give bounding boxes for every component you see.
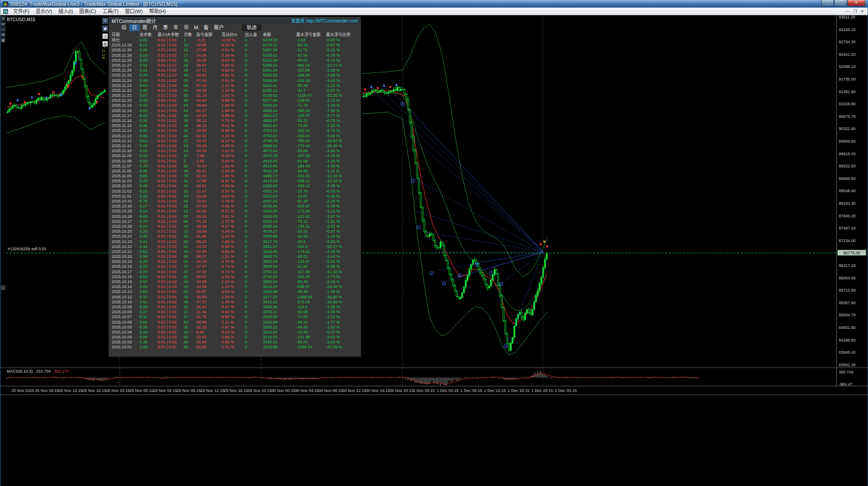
- table-row[interactable]: 2025.11.050.950.01 | 0.047882.241.86 %04…: [109, 174, 361, 179]
- table-row[interactable]: 2025.10.190.290.01 | 0.022826.700.70 %03…: [109, 259, 361, 264]
- menu-item[interactable]: 工具(T): [99, 8, 122, 15]
- table-row[interactable]: 2025.10.060.650.01 | 0.026368.682.11 %03…: [109, 320, 361, 325]
- table-row[interactable]: 2025.10.210.520.01 | 0.043424.290.62 %03…: [109, 249, 361, 254]
- table-row[interactable]: 持仓0.010.01 | 0.011-1.21-0.02 %05478.32-1…: [109, 38, 361, 43]
- table-row[interactable]: 2025.10.030.860.01 | 0.106252.521.66 %03…: [109, 335, 361, 340]
- table-row[interactable]: 2025.10.080.370.01 | 0.013731.460.94 %03…: [109, 310, 361, 315]
- panel-tab-年[interactable]: 年: [171, 24, 181, 31]
- table-row[interactable]: 2025.10.240.350.01 | 0.023341.801.04 %04…: [109, 234, 361, 239]
- table-row[interactable]: 2025.10.200.900.01 | 0.046958.071.51 %03…: [109, 254, 361, 259]
- panel-tab-备[interactable]: 备: [201, 24, 211, 31]
- price-axis[interactable]: 93511.2093158.1092794.3092441.2092088.10…: [837, 0, 868, 396]
- panel-tab-币[interactable]: 币: [181, 24, 191, 31]
- panel-tab-季[interactable]: 季: [160, 24, 171, 31]
- table-row[interactable]: 2025.11.300.260.01 | 0.022527.850.51 %05…: [109, 48, 361, 53]
- panel-tab-周[interactable]: 周: [140, 24, 150, 31]
- mtcommander-stats-panel[interactable]: MTCommander统计 复盘侠 http://MTCommander.com…: [108, 17, 361, 357]
- panel-tab-trace[interactable]: 轨迹: [242, 24, 262, 31]
- panel-tab-M[interactable]: M: [191, 24, 201, 31]
- table-row[interactable]: 2025.10.170.780.01 | 0.043727.040.72 %03…: [109, 270, 361, 274]
- panel-tab-日[interactable]: 日: [129, 24, 140, 31]
- table-row[interactable]: 2025.11.190.430.01 | 0.024349.601.00 %05…: [109, 103, 361, 108]
- table-row[interactable]: 2025.10.300.270.01 | 0.022527.300.65 %04…: [109, 204, 361, 209]
- table-row[interactable]: 2025.11.290.190.01 | 0.021714.350.26 %05…: [109, 53, 361, 58]
- table-row[interactable]: 2025.11.270.910.01 | 0.272629.670.55 %05…: [109, 63, 361, 68]
- table-row[interactable]: 2025.10.100.510.01 | 0.024847.571.40 %03…: [109, 300, 361, 305]
- table-row[interactable]: 2025.10.220.340.01 | 0.023133.320.83 %03…: [109, 244, 361, 249]
- table-row[interactable]: 2025.10.280.650.01 | 0.045033.630.81 %04…: [109, 214, 361, 219]
- mdi-restore-button[interactable]: ❐: [853, 9, 857, 14]
- table-row[interactable]: 2025.10.011.430.01 | 0.274952.921.71 %03…: [109, 345, 361, 350]
- table-row[interactable]: 2025.11.030.490.01 | 0.044242.910.98 %04…: [109, 184, 361, 189]
- panel-side-button-4[interactable]: N: [102, 41, 108, 47]
- table-row[interactable]: 2025.10.090.260.01 | 0.022015.840.47 %03…: [109, 305, 361, 310]
- table-row[interactable]: 2025.11.170.430.01 | 0.024243.200.89 %04…: [109, 113, 361, 118]
- table-row[interactable]: 2025.11.260.310.01 | 0.022827.720.52 %05…: [109, 68, 361, 73]
- table-row[interactable]: 2025.11.090.140.01 | 0.02177.280.16 %046…: [109, 153, 361, 158]
- table-row[interactable]: 2025.10.050.360.01 | 0.023631.250.97 %03…: [109, 325, 361, 330]
- table-row[interactable]: 2025.11.210.870.01 | 0.105551.141.01 %05…: [109, 93, 361, 98]
- table-row[interactable]: 2025.11.140.410.01 | 0.043218.550.39 %04…: [109, 128, 361, 133]
- table-row[interactable]: 2025.10.160.520.01 | 0.015258.621.60 %03…: [109, 274, 361, 279]
- menu-item[interactable]: 窗口(W): [122, 8, 146, 15]
- minimize-button[interactable]: —: [821, 0, 834, 6]
- table-row[interactable]: 2025.11.180.630.01 | 0.045481.271.66 %04…: [109, 108, 361, 113]
- table-row[interactable]: 2025.11.080.030.01 | 0.0131.860.04 %0461…: [109, 159, 361, 164]
- table-row[interactable]: 2025.12.020.210.01 | 0.041210.860.20 %05…: [109, 43, 361, 48]
- table-row[interactable]: 2025.11.120.610.01 | 0.102110.430.22 %04…: [109, 139, 361, 144]
- panel-tab-综[interactable]: 综: [119, 24, 129, 31]
- table-row[interactable]: 2025.11.100.590.01 | 0.044454.331.11 %04…: [109, 148, 361, 153]
- panel-brand-link[interactable]: 复盘侠 http://MTCommander.com: [291, 17, 358, 24]
- time-axis[interactable]: 28 Nov 202528 Nov 08:1528 Nov 12:1528 No…: [0, 387, 836, 395]
- table-row[interactable]: 2025.10.070.310.01 | 0.022721.750.65 %03…: [109, 315, 361, 320]
- panel-header[interactable]: MTCommander统计 复盘侠 http://MTCommander.com: [109, 17, 361, 24]
- mdi-minimize-button[interactable]: —: [845, 9, 850, 14]
- panel-tab-账户[interactable]: 账户: [211, 24, 226, 31]
- table-row[interactable]: 2025.11.280.330.01 | 0.023234.350.64 %05…: [109, 58, 361, 63]
- table-row[interactable]: 2025.11.040.430.01 | 0.023117.880.41 %04…: [109, 179, 361, 184]
- table-row[interactable]: 2025.10.260.100.01 | 0.011010.980.27 %04…: [109, 224, 361, 229]
- menu-item[interactable]: 显示(V): [32, 8, 55, 15]
- toolbar-icon-3[interactable]: ▭: [1, 27, 5, 32]
- table-row[interactable]: 2025.10.180.330.01 | 0.023327.970.74 %03…: [109, 264, 361, 269]
- table-row[interactable]: 2025.11.060.460.01 | 0.024446.411.03 %04…: [109, 169, 361, 174]
- toolbar-icon-2[interactable]: ⇄: [1, 22, 5, 26]
- table-row[interactable]: 2025.11.160.360.01 | 0.023638.130.79 %04…: [109, 118, 361, 123]
- table-row[interactable]: 2025.11.150.360.01 | 0.023539.220.82 %04…: [109, 123, 361, 128]
- toolbar-icon-5[interactable]: ▦: [1, 38, 5, 42]
- table-row[interactable]: 2025.10.270.740.01 | 0.045670.181.72 %04…: [109, 219, 361, 224]
- menu-item[interactable]: 图表(C): [76, 8, 99, 15]
- table-row[interactable]: 2025.10.290.140.01 | 0.021215.450.37 %04…: [109, 209, 361, 214]
- mdi-close-button[interactable]: ✕: [860, 9, 864, 14]
- table-row[interactable]: 2025.10.150.570.01 | 0.024444.951.24 %03…: [109, 279, 361, 284]
- table-row[interactable]: 2025.10.230.610.01 | 0.026068.421.68 %04…: [109, 239, 361, 244]
- table-row[interactable]: 2025.11.230.630.01 | 0.045657.091.10 %05…: [109, 83, 361, 88]
- table-row[interactable]: 2025.10.250.200.01 | 0.022018.680.46 %04…: [109, 229, 361, 234]
- panel-side-button-1[interactable]: ≡: [102, 18, 108, 24]
- table-row[interactable]: 2025.11.220.480.01 | 0.044256.301.10 %05…: [109, 88, 361, 93]
- menu-item[interactable]: 插入(I): [55, 8, 76, 15]
- table-row[interactable]: 2025.10.020.390.01 | 0.023625.660.82 %03…: [109, 340, 361, 345]
- table-row[interactable]: 2025.11.020.250.01 | 0.012521.670.50 %04…: [109, 189, 361, 194]
- title-bar[interactable]: 598124: TradeMaxGlobal-Live3 - TradeMax …: [0, 0, 868, 8]
- panel-tab-月[interactable]: 月: [150, 24, 160, 31]
- table-row[interactable]: 2025.11.250.780.01 | 0.104543.820.82 %05…: [109, 73, 361, 78]
- table-row[interactable]: 2025.11.010.320.01 | 0.022323.260.54 %04…: [109, 194, 361, 199]
- table-row[interactable]: 2025.11.110.200.01 | 0.021922.680.49 %04…: [109, 144, 361, 148]
- menu-item[interactable]: 文件(F): [10, 8, 32, 15]
- table-row[interactable]: 2025.10.120.370.01 | 0.043335.801.04 %03…: [109, 295, 361, 300]
- toolbar-icon-4[interactable]: ✚: [1, 32, 5, 37]
- menu-item[interactable]: 帮助(H): [146, 8, 169, 15]
- panel-side-button-3[interactable]: ?: [102, 33, 108, 39]
- table-row[interactable]: 2025.10.040.100.01 | 0.01106.940.22 %032…: [109, 330, 361, 335]
- table-row[interactable]: 2025.11.240.480.01 | 0.023947.490.91 %05…: [109, 78, 361, 83]
- table-row[interactable]: 2025.10.140.540.01 | 0.103344.081.24 %03…: [109, 284, 361, 289]
- toolbar-icon-6[interactable]: ◫: [1, 285, 5, 290]
- close-button[interactable]: ✕: [847, 0, 865, 6]
- table-row[interactable]: 2025.10.310.750.01 | 0.046672.011.70 %04…: [109, 199, 361, 204]
- toolbar-icon-1[interactable]: ⇅: [1, 16, 5, 21]
- table-row[interactable]: 2025.11.070.700.01 | 0.046272.871.60 %04…: [109, 164, 361, 169]
- table-row[interactable]: 2025.10.130.830.01 | 0.028291.672.64 %03…: [109, 289, 361, 294]
- table-row[interactable]: 2025.11.200.390.01 | 0.023644.640.89 %05…: [109, 98, 361, 103]
- maximize-button[interactable]: ❐: [834, 0, 847, 6]
